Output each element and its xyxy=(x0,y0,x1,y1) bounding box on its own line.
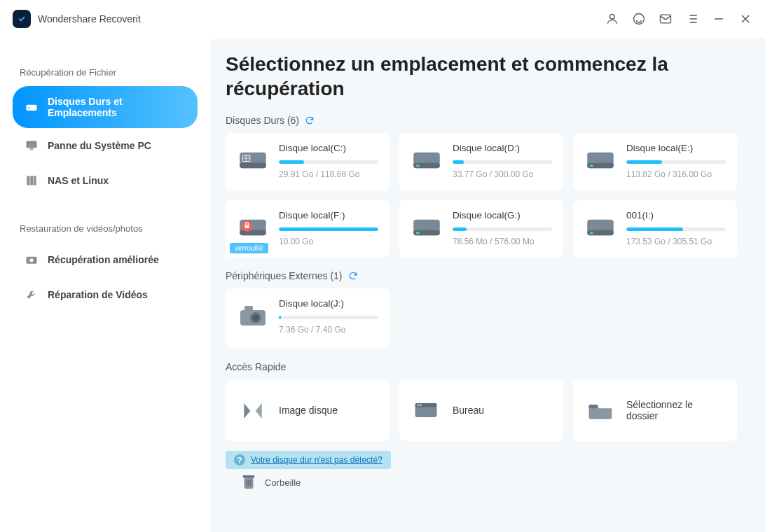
hdd-icon xyxy=(584,144,616,176)
support-icon[interactable] xyxy=(632,12,646,26)
category-quick-access: Accès Rapide xyxy=(226,361,737,372)
hdd-icon xyxy=(411,211,443,244)
sidebar-section-recovery: Récupération de Fichier xyxy=(20,67,198,78)
drive-card-c[interactable]: Disque local(C:) 29.91 Go / 118.68 Go xyxy=(226,133,390,190)
user-icon[interactable] xyxy=(605,12,619,26)
sidebar-item-label: Récupération améliorée xyxy=(48,254,159,265)
sidebar-item-label: Panne du Système PC xyxy=(48,140,151,151)
category-hard-drives: Disques Durs (6) xyxy=(226,115,737,126)
app-title: Wondershare Recoverit xyxy=(38,13,141,24)
sidebar-item-label: NAS et Linux xyxy=(48,175,109,186)
quick-label: Bureau xyxy=(453,405,484,416)
usage-bar xyxy=(279,160,378,164)
help-banner[interactable]: ? Votre disque dur n'est pas détecté? xyxy=(226,451,391,469)
category-label: Accès Rapide xyxy=(226,361,286,372)
category-label: Périphériques Externes (1) xyxy=(226,270,343,281)
disk-image-icon xyxy=(237,395,269,427)
wrench-icon xyxy=(24,287,39,302)
quick-image-disk[interactable]: Image disque xyxy=(226,379,390,441)
camera-icon xyxy=(24,252,39,267)
sidebar-item-label: Réparation de Vidéos xyxy=(48,289,148,300)
category-external: Périphériques Externes (1) xyxy=(226,270,737,281)
svg-rect-34 xyxy=(590,232,593,234)
svg-rect-2 xyxy=(661,15,671,23)
camera-device-icon xyxy=(237,300,269,332)
svg-rect-3 xyxy=(27,105,37,111)
drive-card-e[interactable]: Disque local(E:) 113.82 Go / 316.00 Go xyxy=(573,133,737,190)
usage-bar xyxy=(626,160,726,164)
svg-rect-7 xyxy=(27,176,29,185)
svg-point-38 xyxy=(252,314,259,321)
hdd-icon xyxy=(584,211,616,244)
svg-point-4 xyxy=(28,107,29,108)
header-icons xyxy=(605,12,752,26)
drive-card-j[interactable]: Disque local(J:) 7.36 Go / 7.40 Go xyxy=(226,288,390,349)
folder-icon xyxy=(584,395,616,427)
trash-row[interactable]: Corbeille xyxy=(226,473,737,491)
svg-rect-5 xyxy=(27,141,37,148)
svg-rect-15 xyxy=(243,155,246,158)
monitor-icon xyxy=(24,138,39,153)
sidebar-section-restoration: Restauration de vidéos/photos xyxy=(20,223,198,234)
usage-bar xyxy=(626,227,726,231)
sidebar-item-crash[interactable]: Panne du Système PC xyxy=(13,128,198,163)
svg-rect-13 xyxy=(240,163,266,169)
svg-rect-26 xyxy=(240,230,266,236)
drive-card-d[interactable]: Disque local(D:) 33.77 Go / 300.00 Go xyxy=(399,133,563,190)
drive-size: 173.53 Go / 305.51 Go xyxy=(626,237,726,246)
sidebar-item-repair[interactable]: Réparation de Vidéos xyxy=(13,277,198,312)
svg-rect-46 xyxy=(246,479,247,486)
minimize-icon[interactable] xyxy=(712,12,726,26)
refresh-icon[interactable] xyxy=(305,115,315,125)
drive-card-f[interactable]: Disque local(F:) 10.00 Go verrouillé xyxy=(226,200,390,258)
server-icon xyxy=(24,173,39,188)
sidebar: Récupération de Fichier Disques Durs et … xyxy=(0,38,210,532)
svg-rect-24 xyxy=(590,165,593,167)
svg-point-0 xyxy=(610,14,615,19)
svg-point-42 xyxy=(420,405,422,406)
drive-name: Disque local(F:) xyxy=(279,210,378,220)
close-icon[interactable] xyxy=(738,12,752,26)
trash-icon xyxy=(241,473,256,491)
drive-size: 33.77 Go / 300.00 Go xyxy=(453,169,552,179)
refresh-icon[interactable] xyxy=(348,271,358,281)
svg-rect-8 xyxy=(30,176,33,185)
list-icon[interactable] xyxy=(685,12,699,26)
svg-rect-16 xyxy=(247,155,250,158)
svg-rect-31 xyxy=(416,232,420,234)
mail-icon[interactable] xyxy=(659,12,673,26)
app-logo xyxy=(13,10,31,28)
help-text: Votre disque dur n'est pas détecté? xyxy=(251,455,382,465)
quick-desktop[interactable]: Bureau xyxy=(399,379,563,441)
category-label: Disques Durs (6) xyxy=(226,115,299,126)
svg-rect-21 xyxy=(416,165,420,167)
drive-size: 7.36 Go / 7.40 Go xyxy=(279,325,378,335)
sidebar-item-drives[interactable]: Disques Durs et Emplacements xyxy=(13,86,198,128)
svg-rect-9 xyxy=(34,176,36,185)
svg-rect-48 xyxy=(250,479,251,486)
drive-size: 29.91 Go / 118.68 Go xyxy=(279,169,378,179)
quick-label: Image disque xyxy=(279,405,338,416)
usage-bar xyxy=(453,227,552,231)
svg-rect-6 xyxy=(30,148,34,150)
drive-name: Disque local(D:) xyxy=(453,143,552,153)
main-panel: Sélectionnez un emplacement et commencez… xyxy=(210,38,765,532)
drive-card-g[interactable]: Disque local(G:) 78.56 Mo / 576.00 Mo xyxy=(399,200,563,258)
drive-size: 78.56 Mo / 576.00 Mo xyxy=(453,237,552,246)
hdd-icon xyxy=(411,144,443,176)
desktop-icon xyxy=(411,395,443,427)
drive-card-i[interactable]: 001(I:) 173.53 Go / 305.51 Go xyxy=(573,200,737,258)
question-icon: ? xyxy=(234,454,245,465)
svg-rect-47 xyxy=(248,479,249,486)
svg-rect-36 xyxy=(244,306,253,312)
svg-point-41 xyxy=(418,405,419,406)
drive-size: 113.82 Go / 316.00 Go xyxy=(626,169,726,179)
sidebar-item-label: Disques Durs et Emplacements xyxy=(48,96,186,118)
sidebar-item-nas[interactable]: NAS et Linux xyxy=(13,163,198,198)
quick-folder[interactable]: Sélectionnez le dossier xyxy=(573,379,737,441)
svg-rect-17 xyxy=(243,158,246,161)
usage-bar xyxy=(279,227,378,231)
svg-rect-43 xyxy=(589,405,598,408)
header: Wondershare Recoverit xyxy=(0,0,765,38)
sidebar-item-enhanced[interactable]: Récupération améliorée xyxy=(13,242,198,277)
